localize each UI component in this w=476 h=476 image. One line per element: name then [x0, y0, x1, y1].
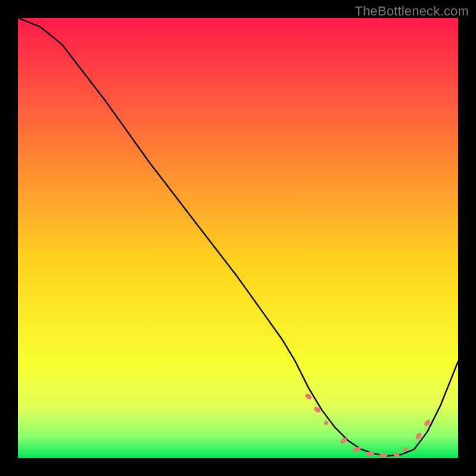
bottleneck-chart: [18, 18, 458, 458]
highlight-dot: [324, 421, 328, 425]
plot-background: [18, 18, 458, 458]
chart-frame: TheBottleneck.com: [0, 0, 476, 476]
watermark-text: TheBottleneck.com: [355, 4, 469, 19]
highlight-dot: [379, 453, 387, 458]
highlight-dot: [403, 447, 408, 452]
